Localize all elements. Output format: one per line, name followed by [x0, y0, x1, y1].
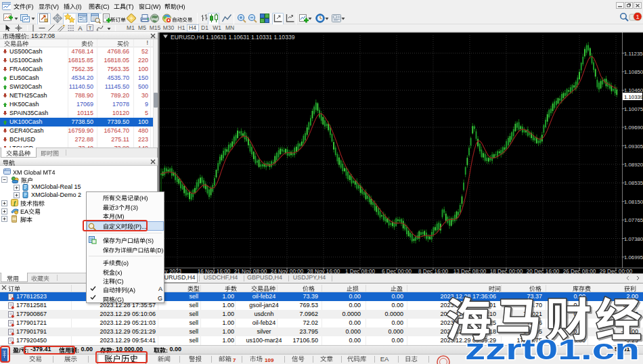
svg-text:1.10460: 1.10460: [624, 87, 643, 93]
svg-text:1.08535: 1.08535: [624, 180, 643, 186]
svg-text:1.09305: 1.09305: [624, 143, 643, 150]
svg-text:1.10339: 1.10339: [624, 94, 643, 100]
svg-text:1.08150: 1.08150: [624, 199, 643, 205]
svg-text:EURUSD,H4 1.10631 1.10631 1.1: EURUSD,H4 1.10631 1.10631 1.10331 1.1033…: [171, 34, 295, 41]
svg-text:1.08920: 1.08920: [624, 162, 643, 168]
svg-text:1.11235: 1.11235: [624, 51, 643, 57]
svg-text:1.06995: 1.06995: [624, 254, 643, 260]
svg-text:A: A: [78, 24, 83, 32]
svg-text:T: T: [89, 25, 92, 31]
svg-text:1.07765: 1.07765: [624, 217, 643, 223]
svg-text:1.09690: 1.09690: [624, 124, 643, 131]
svg-text:1.10850: 1.10850: [624, 69, 643, 75]
svg-text:1: 1: [636, 14, 640, 20]
svg-text:zzrt01.cn: zzrt01.cn: [465, 337, 640, 364]
svg-text:1.07380: 1.07380: [624, 236, 643, 242]
svg-text:1.10075: 1.10075: [624, 106, 643, 112]
